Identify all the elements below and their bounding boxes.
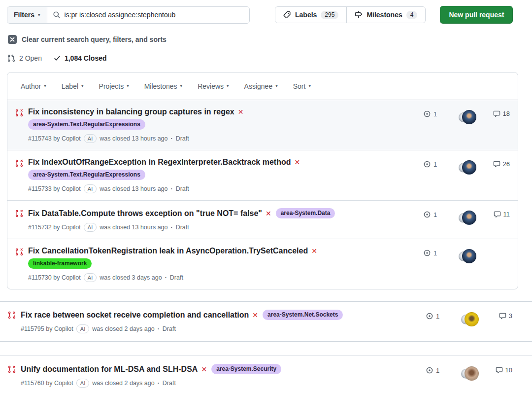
dot-separator: · bbox=[170, 224, 172, 231]
label-pill[interactable]: area-System.Data bbox=[276, 208, 335, 218]
comment-icon bbox=[493, 160, 500, 168]
dismiss-icon[interactable]: ✕ bbox=[294, 158, 300, 166]
dismiss-icon[interactable]: ✕ bbox=[266, 210, 271, 217]
closed-time: was closed 13 hours ago bbox=[100, 224, 167, 231]
assignee-avatars[interactable] bbox=[450, 110, 485, 124]
dismiss-icon[interactable]: ✕ bbox=[311, 247, 317, 255]
closed-time: was closed 2 days ago bbox=[92, 380, 154, 387]
linked-issue-count[interactable]: 1 bbox=[426, 312, 452, 320]
comment-icon bbox=[496, 366, 503, 374]
pr-ref: #115732 by Copilot bbox=[28, 224, 81, 231]
open-count-label: 2 Open bbox=[19, 54, 42, 62]
draft-flag: Draft bbox=[176, 224, 189, 231]
pr-title-link[interactable]: Unify documentation for ML-DSA and SLH-D… bbox=[21, 365, 198, 374]
pull-request-row: Fix IndexOutOfRangeException in RegexInt… bbox=[7, 150, 518, 201]
pr-title-link[interactable]: Fix DataTable.Compute throws exception o… bbox=[28, 209, 262, 218]
labels-button[interactable]: Labels 295 bbox=[275, 7, 346, 23]
tab-open[interactable]: 2 Open bbox=[7, 54, 42, 62]
dot-separator: · bbox=[170, 135, 172, 142]
ai-badge: AI bbox=[84, 134, 97, 143]
author-filter-dropdown[interactable]: Author▾ bbox=[21, 82, 46, 90]
labels-count: 295 bbox=[321, 11, 338, 19]
comment-icon bbox=[494, 211, 501, 218]
dismiss-icon[interactable]: ✕ bbox=[238, 108, 244, 116]
draft-flag: Draft bbox=[176, 135, 189, 142]
dot-separator: · bbox=[170, 185, 172, 192]
label-pill[interactable]: area-System.Net.Sockets bbox=[263, 310, 343, 320]
linked-issue-count[interactable]: 1 bbox=[423, 249, 450, 257]
check-icon bbox=[54, 55, 61, 62]
milestones-button[interactable]: Milestones 4 bbox=[346, 7, 425, 23]
label-pill[interactable]: linkable-framework bbox=[28, 258, 92, 269]
assignee-avatars[interactable] bbox=[452, 366, 488, 381]
comment-count[interactable]: 11 bbox=[485, 211, 510, 218]
linked-issue-count[interactable]: 1 bbox=[426, 366, 452, 374]
assignee-filter-dropdown[interactable]: Assignee▾ bbox=[244, 82, 278, 90]
pr-ref: #115760 by Copilot bbox=[21, 380, 73, 387]
dismiss-icon[interactable]: ✕ bbox=[252, 311, 258, 319]
assignee-avatars[interactable] bbox=[450, 249, 485, 263]
linked-issue-count[interactable]: 1 bbox=[423, 160, 450, 168]
milestones-filter-dropdown[interactable]: Milestones▾ bbox=[144, 82, 182, 90]
dismiss-icon[interactable]: ✕ bbox=[201, 365, 207, 373]
pr-meta: #115733 by Copilot AI was closed 13 hour… bbox=[28, 184, 300, 193]
pr-title-link[interactable]: Fix inconsistency in balancing group cap… bbox=[28, 107, 234, 116]
state-tabs: 2 Open 1,084 Closed bbox=[7, 54, 532, 62]
assignee-avatars[interactable] bbox=[450, 160, 485, 175]
pull-request-row: Fix race between socket receive completi… bbox=[0, 301, 532, 342]
list-filter-header: Author▾ Label▾ Projects▾ Milestones▾ Rev… bbox=[7, 72, 518, 100]
closed-count-label: 1,084 Closed bbox=[65, 54, 107, 62]
sort-dropdown[interactable]: Sort▾ bbox=[293, 82, 311, 90]
comment-count[interactable]: 26 bbox=[485, 160, 510, 168]
pr-meta: #115730 by Copilot AI was closed 3 days … bbox=[28, 273, 317, 282]
closed-pull-request-icon bbox=[15, 210, 23, 232]
avatar bbox=[462, 110, 476, 124]
label-pill[interactable]: area-System.Text.RegularExpressions bbox=[28, 170, 145, 180]
ai-badge: AI bbox=[84, 223, 97, 232]
closed-time: was closed 2 days ago bbox=[92, 325, 154, 332]
chevron-down-icon: ▾ bbox=[275, 84, 278, 88]
pr-meta: #115732 by Copilot AI was closed 13 hour… bbox=[28, 223, 335, 232]
draft-flag: Draft bbox=[163, 380, 176, 387]
milestones-count: 4 bbox=[406, 11, 418, 19]
new-pull-request-button[interactable]: New pull request bbox=[440, 6, 513, 24]
comment-count[interactable]: 10 bbox=[488, 366, 512, 374]
linked-issue-count[interactable]: 1 bbox=[423, 110, 450, 118]
closed-time: was closed 13 hours ago bbox=[100, 135, 167, 142]
labels-label: Labels bbox=[295, 11, 317, 19]
linked-issue-count[interactable]: 1 bbox=[423, 211, 450, 218]
pr-title-link[interactable]: Fix race between socket receive completi… bbox=[21, 311, 249, 320]
avatar bbox=[465, 312, 479, 326]
pr-meta: #115760 by Copilot AI was closed 2 days … bbox=[21, 379, 281, 388]
chevron-down-icon: ▾ bbox=[127, 84, 129, 88]
search-icon bbox=[53, 11, 61, 19]
comment-icon bbox=[493, 110, 500, 117]
pr-ref: #115743 by Copilot bbox=[28, 135, 81, 142]
chevron-down-icon: ▾ bbox=[38, 13, 40, 17]
filters-dropdown-button[interactable]: Filters ▾ bbox=[7, 7, 47, 23]
comment-count[interactable]: 3 bbox=[488, 312, 512, 320]
label-pill[interactable]: area-System.Security bbox=[211, 364, 281, 374]
search-input[interactable] bbox=[65, 11, 244, 19]
comment-count[interactable]: 18 bbox=[485, 110, 510, 117]
reviews-filter-dropdown[interactable]: Reviews▾ bbox=[198, 82, 229, 90]
pr-title-link[interactable]: Fix IndexOutOfRangeException in RegexInt… bbox=[28, 158, 291, 167]
avatar bbox=[465, 366, 479, 381]
pull-request-row: Fix CancellationTokenRegistration leak i… bbox=[7, 239, 518, 289]
projects-filter-dropdown[interactable]: Projects▾ bbox=[99, 82, 129, 90]
draft-flag: Draft bbox=[170, 274, 183, 281]
pr-title-link[interactable]: Fix CancellationTokenRegistration leak i… bbox=[28, 247, 308, 255]
closed-time: was closed 13 hours ago bbox=[100, 185, 167, 192]
draft-flag: Draft bbox=[176, 185, 189, 192]
pull-request-list: Author▾ Label▾ Projects▾ Milestones▾ Rev… bbox=[7, 72, 518, 289]
chevron-down-icon: ▾ bbox=[308, 84, 311, 88]
label-pill[interactable]: area-System.Text.RegularExpressions bbox=[28, 119, 145, 130]
label-filter-dropdown[interactable]: Label▾ bbox=[62, 82, 84, 90]
tab-closed[interactable]: 1,084 Closed bbox=[54, 54, 107, 62]
ai-badge: AI bbox=[76, 379, 89, 388]
draft-flag: Draft bbox=[163, 325, 176, 332]
search-box bbox=[47, 7, 249, 23]
clear-search-link[interactable]: Clear current search query, filters, and… bbox=[8, 35, 532, 44]
assignee-avatars[interactable] bbox=[450, 211, 485, 225]
assignee-avatars[interactable] bbox=[452, 312, 488, 326]
